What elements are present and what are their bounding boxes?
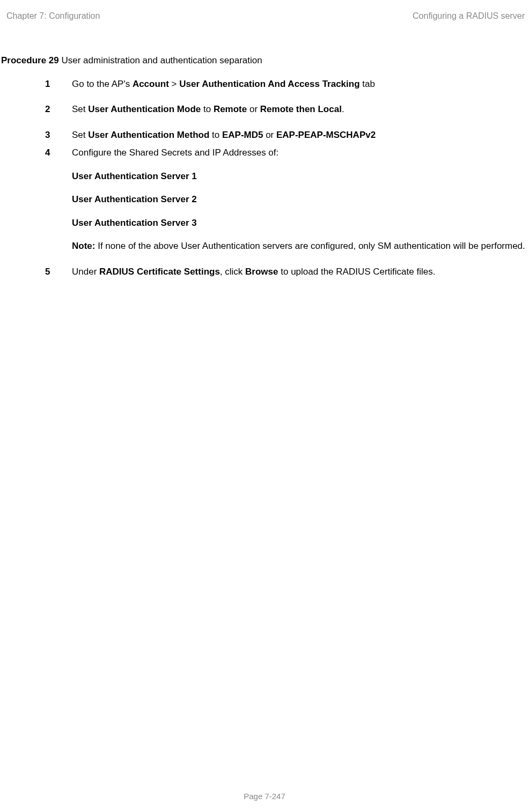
- text: or: [247, 104, 260, 114]
- step-2: 2 Set User Authentication Mode to Remote…: [0, 102, 529, 116]
- uas1-label: User Authentication Server 1: [72, 169, 529, 183]
- remote-label: Remote: [214, 104, 247, 114]
- text: , click: [220, 267, 245, 277]
- step-number: 5: [45, 265, 72, 279]
- text: to: [209, 130, 222, 140]
- text: Set: [72, 130, 88, 140]
- step-body: Set User Authentication Method to EAP-MD…: [72, 128, 529, 142]
- text: Under: [72, 267, 99, 277]
- text: tab: [360, 79, 375, 89]
- rcs-label: RADIUS Certificate Settings: [99, 267, 220, 277]
- step-4: 4 Configure the Shared Secrets and IP Ad…: [0, 146, 529, 253]
- method-label: User Authentication Method: [88, 130, 209, 140]
- text: Configure the Shared Secrets and IP Addr…: [72, 146, 529, 160]
- step-number: 4: [45, 146, 72, 253]
- note-label: Note:: [72, 241, 95, 251]
- page-footer: Page 7-247: [0, 791, 529, 803]
- text: Go to the AP's: [72, 79, 133, 89]
- eap-peap-label: EAP-PEAP-MSCHAPv2: [276, 130, 376, 140]
- header-left: Chapter 7: Configuration: [6, 10, 100, 23]
- procedure-text: User administration and authentication s…: [59, 55, 262, 65]
- step-body: Configure the Shared Secrets and IP Addr…: [72, 146, 529, 253]
- text: .: [342, 104, 344, 114]
- text: to: [201, 104, 214, 114]
- note-text: If none of the above User Authentication…: [95, 241, 525, 251]
- step-body: Go to the AP's Account > User Authentica…: [72, 77, 529, 91]
- text: or: [263, 130, 276, 140]
- note: Note: If none of the above User Authenti…: [72, 239, 529, 253]
- page-header: Chapter 7: Configuration Configuring a R…: [0, 10, 529, 23]
- tab-label: User Authentication And Access Tracking: [179, 79, 359, 89]
- text: Set: [72, 104, 88, 114]
- browse-label: Browse: [245, 267, 278, 277]
- step-1: 1 Go to the AP's Account > User Authenti…: [0, 77, 529, 91]
- step-3: 3 Set User Authentication Method to EAP-…: [0, 128, 529, 142]
- step-number: 2: [45, 102, 72, 116]
- uas2-label: User Authentication Server 2: [72, 193, 529, 206]
- mode-label: User Authentication Mode: [88, 104, 201, 114]
- step-5: 5 Under RADIUS Certificate Settings, cli…: [0, 265, 529, 279]
- uas3-label: User Authentication Server 3: [72, 216, 529, 230]
- procedure-title: Procedure 29 User administration and aut…: [0, 54, 529, 68]
- text: >: [169, 79, 179, 89]
- eap-md5-label: EAP-MD5: [222, 130, 263, 140]
- header-right: Configuring a RADIUS server: [413, 10, 525, 23]
- remote-then-local-label: Remote then Local: [260, 104, 342, 114]
- step-body: Set User Authentication Mode to Remote o…: [72, 102, 529, 116]
- account-label: Account: [133, 79, 169, 89]
- procedure-label: Procedure 29: [1, 55, 59, 65]
- text: to upload the RADIUS Certificate files.: [278, 267, 436, 277]
- step-number: 3: [45, 128, 72, 142]
- step-number: 1: [45, 77, 72, 91]
- step-body: Under RADIUS Certificate Settings, click…: [72, 265, 529, 279]
